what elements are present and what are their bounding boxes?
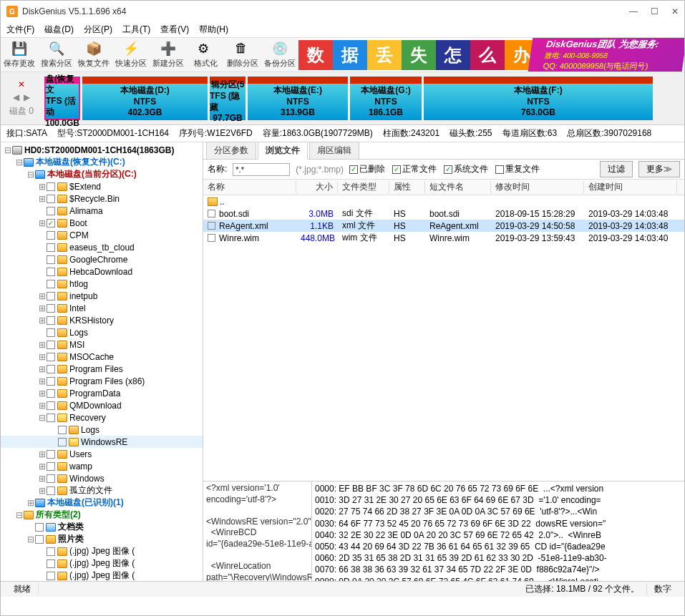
toolbar-button[interactable]: ⚡快速分区 — [112, 41, 150, 69]
tree-node[interactable]: ⊟HD0:ST2000DM001-1CH164(1863GB) — [1, 144, 203, 156]
prev-disk-icon[interactable]: ◀ — [13, 92, 19, 102]
partition-box[interactable]: 辑分区(5TFS (隐藏97.7GB — [210, 77, 246, 120]
tree-node[interactable]: easeus_tb_cloud — [1, 241, 203, 253]
minimize-button[interactable]: — — [629, 6, 638, 16]
tree-node[interactable]: ⊞Program Files (x86) — [1, 375, 203, 387]
tab[interactable]: 分区参数 — [206, 142, 256, 159]
checkbox-icon[interactable] — [208, 234, 215, 242]
checkbox-icon[interactable] — [47, 292, 55, 300]
tree-node[interactable]: ⊟本地磁盘(恢复文件)(C:) — [1, 156, 203, 168]
tree-node[interactable]: ⊞MSI — [1, 338, 203, 351]
toolbar-button[interactable]: ⚙格式化 — [187, 41, 224, 69]
tree-node[interactable]: ⊞Windows — [1, 472, 203, 484]
partition-box[interactable]: 本地磁盘(D:)NTFS402.3GB — [82, 77, 208, 120]
checkbox-icon[interactable] — [47, 353, 55, 361]
tree-node[interactable]: ⊞inetpub — [1, 290, 203, 302]
checkbox-icon[interactable] — [47, 572, 55, 580]
tree-node[interactable]: Logs — [1, 326, 203, 338]
file-list-header[interactable]: 名称大小文件类型属性短文件名修改时间创建时间 — [203, 180, 684, 195]
checkbox-icon[interactable] — [47, 401, 55, 410]
tree-node[interactable]: Logs — [1, 424, 203, 436]
checkbox-icon[interactable] — [35, 535, 44, 544]
checkbox-icon[interactable] — [47, 255, 55, 264]
toolbar-button[interactable]: ➕新建分区 — [150, 41, 187, 69]
tree-node[interactable]: ⊞Users — [1, 448, 203, 460]
file-row[interactable]: boot.sdi3.0MBsdi 文件HSboot.sdi2018-09-15 … — [203, 207, 684, 220]
tree-node[interactable]: CPM — [1, 229, 203, 241]
tree-node[interactable]: ⊞Program Files — [1, 363, 203, 375]
toolbar-button[interactable]: 💾保存更改 — [1, 41, 38, 69]
partition-box[interactable]: 本地磁盘(G:)NTFS186.1GB — [350, 77, 422, 120]
checkbox-icon[interactable] — [47, 450, 55, 459]
checkbox-icon[interactable] — [47, 559, 55, 568]
checkbox-icon[interactable] — [208, 210, 215, 217]
checkbox-icon[interactable] — [35, 523, 44, 532]
tree-node[interactable]: GoogleChrome — [1, 253, 203, 265]
column-header[interactable]: 属性 — [389, 181, 425, 193]
tree-node[interactable]: Alimama — [1, 205, 203, 217]
tree-node[interactable]: ⊞本地磁盘(已识别)(1) — [1, 497, 203, 509]
checkbox-icon[interactable] — [47, 414, 55, 422]
tree-node[interactable]: (.jpg) Jpeg 图像 ( — [1, 557, 203, 569]
checkbox-icon[interactable] — [47, 341, 55, 349]
maximize-button[interactable]: ☐ — [651, 6, 659, 16]
checkbox-icon[interactable] — [47, 182, 55, 191]
tree-node[interactable]: ⊞MSOCache — [1, 351, 203, 363]
partition-box[interactable]: 本地磁盘(F:)NTFS763.0GB — [424, 77, 653, 120]
menu-item[interactable]: 帮助(H) — [199, 24, 228, 36]
tree-node[interactable]: HebcaDownload — [1, 265, 203, 278]
column-header[interactable]: 修改时间 — [491, 181, 584, 193]
filter-button[interactable]: 过滤 — [600, 161, 633, 177]
column-header[interactable]: 短文件名 — [425, 181, 491, 193]
tree-node[interactable]: ⊟照片类 — [1, 533, 203, 545]
column-header[interactable]: 大小 — [296, 181, 338, 193]
tree-node[interactable]: WindowsRE — [1, 436, 203, 448]
filter-checkbox[interactable]: ✓已删除 — [349, 163, 385, 175]
tree-node[interactable]: ⊞wamp — [1, 460, 203, 472]
checkbox-icon[interactable] — [47, 377, 55, 386]
checkbox-icon[interactable] — [47, 268, 55, 276]
close-icon[interactable]: ✕ — [18, 79, 25, 89]
tree-node[interactable]: ⊟所有类型(2) — [1, 509, 203, 521]
filter-checkbox[interactable]: ✓系统文件 — [444, 163, 488, 175]
menu-item[interactable]: 查看(V) — [160, 24, 189, 36]
checkbox-icon[interactable] — [47, 328, 55, 337]
filter-checkbox[interactable]: ✓正常文件 — [392, 163, 437, 175]
checkbox-icon[interactable] — [47, 243, 55, 252]
tab[interactable]: 扇区编辑 — [309, 142, 359, 159]
toolbar-button[interactable]: 💿备份分区 — [261, 41, 298, 69]
tab[interactable]: 浏览文件 — [258, 142, 308, 160]
tree-node[interactable]: htlog — [1, 278, 203, 290]
column-header[interactable]: 名称 — [203, 181, 296, 193]
file-list[interactable]: ..boot.sdi3.0MBsdi 文件HSboot.sdi2018-09-1… — [203, 195, 684, 481]
checkbox-icon[interactable] — [47, 304, 55, 313]
column-header[interactable]: 文件类型 — [338, 181, 389, 193]
toolbar-button[interactable]: 🗑删除分区 — [224, 41, 261, 69]
checkbox-icon[interactable] — [47, 195, 55, 203]
tree-node[interactable]: ⊞ProgramData — [1, 387, 203, 399]
tree-node[interactable]: (.jpg) Jpeg 图像 ( — [1, 545, 203, 557]
filter-checkbox[interactable]: 重复文件 — [495, 163, 540, 175]
file-row[interactable]: Winre.wim448.0MBwim 文件HSWinre.wim2019-03… — [203, 232, 684, 244]
partition-box[interactable]: 盘(恢复文TFS (活动100.0GB — [44, 77, 80, 120]
tree-node[interactable]: ⊞✓Boot — [1, 217, 203, 229]
toolbar-button[interactable]: 🔍搜索分区 — [38, 41, 75, 69]
partition-box[interactable]: 本地磁盘(E:)NTFS313.9GB — [248, 77, 348, 120]
file-row[interactable]: ReAgent.xml1.1KBxml 文件HSReAgent.xml2019-… — [203, 220, 684, 232]
parent-dir-row[interactable]: .. — [203, 195, 684, 207]
checkbox-icon[interactable] — [47, 474, 55, 483]
checkbox-icon[interactable] — [47, 280, 55, 288]
tree-node[interactable]: ⊞Intel — [1, 302, 203, 314]
tree-node[interactable]: ⊟本地磁盘(当前分区)(C:) — [1, 168, 203, 180]
menu-item[interactable]: 工具(T) — [122, 24, 150, 36]
more-button[interactable]: 更多≫ — [638, 161, 680, 177]
column-header[interactable]: 创建时间 — [584, 181, 677, 193]
checkbox-icon[interactable] — [47, 316, 55, 325]
checkbox-icon[interactable] — [58, 438, 67, 446]
checkbox-icon[interactable] — [208, 222, 215, 230]
toolbar-button[interactable]: 📦恢复文件 — [75, 41, 112, 69]
tree-node[interactable]: ⊞QMDownload — [1, 399, 203, 411]
checkbox-icon[interactable] — [47, 547, 55, 556]
tree-node[interactable]: ⊞KRSHistory — [1, 314, 203, 326]
checkbox-icon[interactable] — [47, 231, 55, 240]
